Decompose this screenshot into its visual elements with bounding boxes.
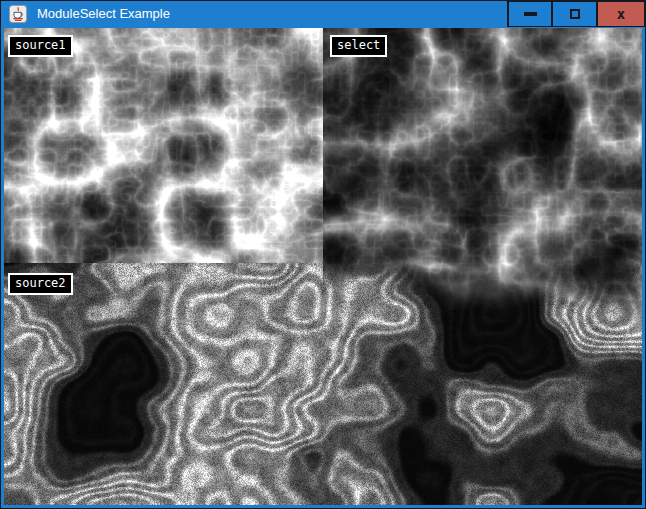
source2-image [4, 263, 323, 505]
close-button[interactable]: x [597, 1, 645, 27]
maximize-button[interactable] [552, 1, 597, 27]
source1-image [4, 28, 323, 263]
minimize-icon [524, 12, 537, 16]
source1-label: source1 [8, 35, 73, 57]
minimize-button[interactable] [507, 1, 552, 27]
window-title: ModuleSelect Example [37, 1, 170, 28]
window-controls: x [507, 1, 645, 27]
close-icon: x [617, 7, 625, 21]
render-area: source1 select source2 [4, 28, 642, 505]
select-label: select [330, 35, 387, 57]
maximize-icon [570, 9, 580, 19]
source2-label: source2 [8, 273, 73, 295]
java-coffee-cup-icon[interactable] [9, 5, 27, 23]
application-window: ModuleSelect Example x source1 select so… [0, 0, 646, 509]
titlebar[interactable]: ModuleSelect Example x [1, 1, 645, 28]
